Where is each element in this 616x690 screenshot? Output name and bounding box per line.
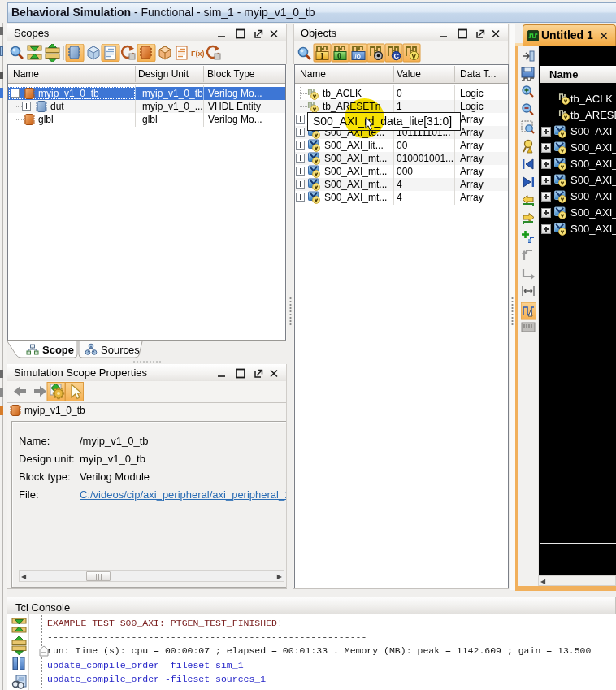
svg-text:Sources: Sources — [101, 344, 140, 356]
svg-text:C: C — [393, 52, 399, 60]
svg-text:I/O: I/O — [354, 54, 362, 59]
svg-text:I: I — [321, 51, 324, 60]
svg-text:F(x): F(x) — [191, 50, 205, 58]
svg-text:Scope: Scope — [42, 344, 74, 356]
svg-text:V: V — [411, 52, 416, 60]
svg-text:0: 0 — [337, 51, 341, 60]
